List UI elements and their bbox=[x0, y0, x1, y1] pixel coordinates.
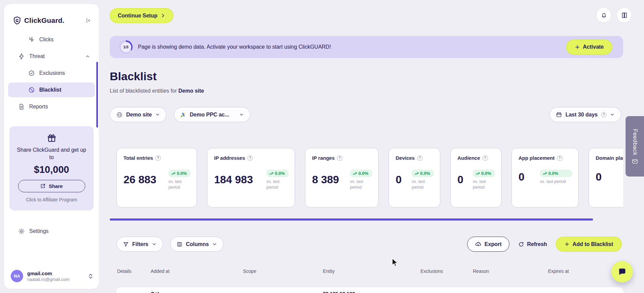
stat-label: Audience bbox=[457, 155, 480, 161]
trend-up-icon bbox=[476, 172, 480, 175]
nav-label: Threat bbox=[29, 53, 45, 59]
help-icon[interactable]: ? bbox=[337, 155, 342, 161]
stat-value: 0 bbox=[596, 171, 602, 183]
setup-progress-label: 1/3 bbox=[121, 42, 131, 52]
page-subtitle: List of blacklisted entities for Demo si… bbox=[110, 88, 204, 94]
stats-card-row: Total entries? 26 883 0.0% vs. last peri… bbox=[116, 148, 623, 208]
stat-value: 0 bbox=[396, 174, 402, 186]
nav-label: Blacklist bbox=[39, 87, 61, 93]
col-header-scope[interactable]: Scope bbox=[242, 268, 322, 274]
cursor-click-icon bbox=[28, 36, 35, 43]
sidebar-item-settings[interactable]: Settings bbox=[4, 224, 99, 239]
banner-message: Page is showing demo data. Activate your… bbox=[138, 44, 331, 50]
help-icon[interactable]: ? bbox=[155, 155, 161, 161]
sidebar-item-threat[interactable]: Threat bbox=[4, 49, 99, 64]
continue-setup-button[interactable]: Continue Setup bbox=[110, 8, 174, 23]
lightning-icon bbox=[18, 53, 25, 60]
help-icon[interactable]: ? bbox=[557, 155, 562, 161]
export-button[interactable]: Export bbox=[467, 237, 509, 252]
trend-up-icon bbox=[543, 172, 547, 175]
share-label: Share bbox=[49, 183, 63, 189]
trend-badge: 0.0% bbox=[540, 169, 572, 177]
table-row[interactable]: Oct 72.135.93.132 bbox=[116, 287, 623, 293]
feedback-tab[interactable]: Feedback bbox=[626, 116, 644, 177]
col-header-details[interactable]: Details bbox=[116, 268, 150, 274]
stat-card-devices: Devices? 0 0.0% vs. last period bbox=[389, 148, 440, 207]
docs-button[interactable] bbox=[616, 7, 632, 23]
trend-badge: 0.0% bbox=[266, 169, 289, 177]
plus-icon bbox=[564, 242, 569, 247]
external-link-icon bbox=[40, 183, 46, 189]
sidebar-scrollbar[interactable] bbox=[96, 62, 98, 128]
stat-card-total-entries: Total entries? 26 883 0.0% vs. last peri… bbox=[116, 148, 197, 207]
site-selector[interactable]: Demo site bbox=[110, 107, 166, 122]
filters-label: Filters bbox=[132, 241, 148, 247]
help-icon[interactable]: ? bbox=[417, 155, 423, 161]
select-chevrons-icon[interactable] bbox=[88, 273, 93, 279]
stat-card-app-placement: App placement? 0 0.0% vs. last period bbox=[511, 148, 579, 207]
refresh-label: Refresh bbox=[527, 241, 547, 247]
chat-widget-button[interactable] bbox=[611, 261, 633, 283]
chat-bubble-icon bbox=[617, 267, 627, 277]
sidebar-item-reports[interactable]: Reports bbox=[4, 99, 99, 114]
row-entity: 72.135.93.132 bbox=[322, 291, 420, 293]
sidebar-item-exclusions[interactable]: Exclusions bbox=[4, 66, 99, 81]
stat-caption: vs. last period bbox=[266, 179, 289, 190]
sidebar-collapse-icon[interactable] bbox=[85, 17, 92, 24]
help-icon[interactable]: ? bbox=[247, 155, 253, 161]
chevron-up-icon[interactable] bbox=[85, 54, 90, 59]
notifications-button[interactable] bbox=[596, 7, 611, 23]
help-icon[interactable]: ? bbox=[483, 155, 488, 161]
activate-button[interactable]: Activate bbox=[566, 40, 612, 55]
help-icon[interactable]: ? bbox=[601, 112, 606, 117]
google-ads-icon bbox=[180, 112, 186, 118]
table-header-row: Details Added at Scope Entity Exclusions… bbox=[116, 268, 623, 274]
columns-button[interactable]: Columns bbox=[170, 237, 224, 252]
calendar-icon bbox=[556, 111, 562, 118]
continue-setup-label: Continue Setup bbox=[118, 13, 157, 19]
stat-label: App placement bbox=[518, 155, 555, 161]
columns-icon bbox=[177, 241, 183, 247]
date-range-selector[interactable]: Last 30 days ? bbox=[549, 107, 621, 122]
site-selector-label: Demo site bbox=[126, 112, 152, 118]
stat-value: 8 389 bbox=[312, 174, 339, 186]
filters-button[interactable]: Filters bbox=[116, 237, 163, 252]
add-to-blacklist-button[interactable]: Add to Blacklist bbox=[556, 237, 622, 252]
setup-progress-ring: 1/3 bbox=[119, 40, 133, 54]
share-button[interactable]: Share bbox=[18, 180, 85, 192]
sidebar-item-blacklist[interactable]: Blacklist bbox=[8, 83, 95, 97]
trend-up-icon bbox=[171, 172, 175, 175]
ppc-selector-label: Demo PPC ac... bbox=[190, 112, 229, 118]
stat-value: 0 bbox=[457, 174, 463, 186]
affiliate-program-link[interactable]: Click to Affiliate Program bbox=[15, 197, 88, 202]
col-header-entity[interactable]: Entity bbox=[322, 268, 420, 274]
chevron-down-icon bbox=[152, 242, 157, 247]
chevron-down-icon bbox=[610, 112, 615, 117]
ppc-account-selector[interactable]: Demo PPC ac... bbox=[174, 107, 250, 122]
mouse-cursor bbox=[391, 258, 399, 268]
clickguard-logo-icon bbox=[13, 16, 21, 25]
col-header-added-at[interactable]: Added at bbox=[150, 268, 242, 274]
stat-caption: vs. last period bbox=[350, 179, 372, 190]
trend-up-icon bbox=[353, 172, 357, 175]
toolbar-right: Export Refresh Add to Blacklist bbox=[467, 237, 623, 252]
chevron-down-icon bbox=[212, 242, 217, 247]
brand-name: ClickGuard. bbox=[24, 16, 64, 25]
user-name: gmail.com bbox=[27, 271, 69, 276]
sidebar-item-clicks[interactable]: Clicks bbox=[4, 32, 99, 47]
col-header-reason[interactable]: Reason bbox=[472, 268, 547, 274]
horizontal-scrollbar[interactable] bbox=[110, 218, 593, 221]
chevron-down-icon bbox=[155, 112, 160, 117]
feedback-label: Feedback bbox=[632, 129, 638, 155]
trend-badge: 0.0% bbox=[168, 169, 191, 177]
envelope-icon bbox=[632, 159, 638, 164]
refresh-button[interactable]: Refresh bbox=[518, 241, 547, 247]
col-header-exclusions[interactable]: Exclusions bbox=[420, 268, 472, 274]
stat-caption: vs. last period bbox=[168, 179, 191, 190]
funnel-icon bbox=[123, 241, 129, 247]
user-menu[interactable]: NA gmail.com naatali.ro@gmail.com bbox=[11, 270, 93, 282]
user-email: naatali.ro@gmail.com bbox=[27, 277, 69, 282]
stat-caption: vs. last period bbox=[540, 179, 572, 185]
sidebar-nav: Clicks Threat Exclusions Blacklist Repor… bbox=[4, 32, 99, 114]
demo-data-banner: 1/3 Page is showing demo data. Activate … bbox=[110, 36, 623, 58]
